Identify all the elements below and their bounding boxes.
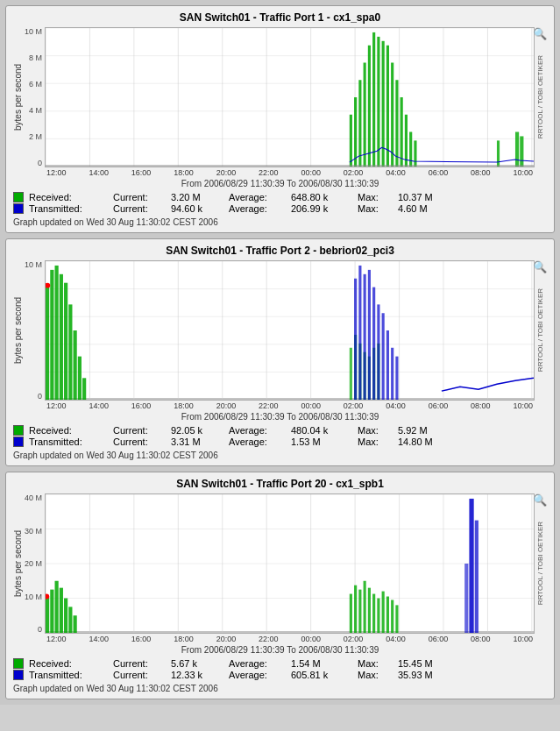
y-axis-label-3: bytes per second [13, 493, 23, 634]
ytick-2-0: 10 M [25, 260, 42, 269]
ytick-2-4 [40, 366, 43, 374]
legend-current-val-1: 3.20 M [171, 192, 223, 202]
svg-rect-32 [414, 140, 416, 167]
svg-rect-109 [364, 581, 366, 633]
graph-panel-1: SAN Switch01 - Traffic Port 1 - cx1_spa0… [5, 5, 555, 233]
graph-updated-1: Graph updated on Wed 30 Aug 11:30:02 CES… [13, 217, 547, 227]
svg-rect-20 [358, 80, 361, 167]
svg-rect-56 [50, 270, 53, 400]
svg-rect-117 [469, 499, 473, 633]
svg-rect-19 [354, 97, 357, 167]
ytick-2-2 [40, 313, 43, 322]
svg-rect-104 [68, 607, 72, 633]
svg-rect-112 [377, 599, 379, 634]
svg-rect-111 [372, 594, 375, 633]
graph-updated-3: Graph updated on Wed 30 Aug 11:30:02 CES… [13, 684, 547, 693]
graph-panel-3: SAN Switch01 - Traffic Port 20 - cx1_spb… [5, 472, 555, 699]
svg-rect-101 [55, 581, 59, 633]
graph-title-3: SAN Switch01 - Traffic Port 20 - cx1_spb… [13, 478, 547, 490]
time-range-2: From 2006/08/29 11:30:39 To 2006/08/30 1… [13, 412, 547, 422]
svg-rect-108 [358, 590, 361, 633]
ytick-2-1 [40, 287, 43, 295]
legend-max-label-1: Max: [358, 192, 393, 202]
legend-avg-val-1: 648.80 k [291, 192, 352, 202]
svg-rect-72 [358, 266, 361, 400]
legend-3: Received: Current: 5.67 k Average: 1.54 … [13, 658, 547, 680]
svg-rect-119 [464, 564, 468, 633]
legend-color-transmitted-1 [13, 203, 24, 214]
ytick-1-4: 2 M [29, 132, 42, 141]
ytick-1-0: 10 M [25, 27, 42, 36]
ytick-1-1: 8 M [29, 53, 42, 62]
svg-rect-28 [395, 80, 398, 167]
svg-rect-55 [46, 287, 49, 400]
graph-svg-2 [46, 261, 534, 400]
svg-rect-22 [368, 46, 371, 167]
svg-rect-34 [515, 132, 519, 167]
svg-rect-116 [395, 605, 398, 633]
legend-avg-label-t-1: Average: [229, 203, 286, 214]
svg-rect-58 [60, 274, 63, 400]
legend-color-received-3 [13, 658, 24, 669]
side-text-1: RRTOOL / TOBI OETIKER [536, 55, 545, 138]
legend-received-1: Received: Current: 3.20 M Average: 648.8… [13, 192, 547, 202]
ytick-1-3: 4 M [29, 106, 42, 115]
svg-rect-76 [377, 304, 379, 400]
ytick-1-2: 6 M [29, 80, 42, 89]
svg-rect-21 [364, 63, 366, 167]
svg-rect-33 [497, 140, 500, 167]
y-axis-label-1: bytes per second [13, 27, 23, 167]
svg-rect-78 [386, 330, 389, 400]
svg-rect-26 [386, 46, 389, 167]
ytick-1-5: 0 [38, 159, 42, 167]
legend-current-label-t-1: Current: [113, 203, 166, 214]
legend-color-transmitted-3 [13, 670, 24, 680]
graph-canvas-3 [45, 493, 535, 634]
svg-rect-64 [350, 348, 352, 400]
ytick-3-3: 10 M [25, 593, 42, 601]
graph-title-1: SAN Switch01 - Traffic Port 1 - cx1_spa0 [13, 11, 547, 24]
svg-rect-103 [64, 599, 67, 634]
ytick-3-1: 30 M [25, 527, 42, 536]
svg-rect-105 [74, 615, 77, 633]
svg-rect-71 [354, 279, 357, 400]
legend-avg-val-t-1: 206.99 k [291, 203, 352, 214]
side-label-2: RRTOOL / TOBI OETIKER 🔍 [535, 260, 547, 401]
legend-color-received-2 [13, 425, 24, 436]
svg-rect-80 [395, 357, 398, 400]
legend-transmitted-1: Transmitted: Current: 94.60 k Average: 2… [13, 203, 547, 214]
zoom-icon-2[interactable]: 🔍 [533, 260, 547, 273]
svg-rect-35 [520, 136, 523, 167]
ytick-3-2: 20 M [25, 559, 42, 568]
legend-1: Received: Current: 3.20 M Average: 648.8… [13, 192, 547, 214]
legend-received-3: Received: Current: 5.67 k Average: 1.54 … [13, 658, 547, 669]
svg-rect-30 [405, 115, 408, 167]
legend-label-received-1: Received: [29, 192, 108, 202]
svg-rect-57 [55, 266, 59, 400]
svg-rect-73 [364, 274, 366, 400]
legend-transmitted-2: Transmitted: Current: 3.31 M Average: 1.… [13, 436, 547, 447]
zoom-icon-3[interactable]: 🔍 [533, 493, 547, 507]
svg-rect-79 [391, 348, 393, 400]
ytick-2-3 [40, 339, 43, 348]
svg-rect-113 [382, 592, 385, 633]
page-container: SAN Switch01 - Traffic Port 1 - cx1_spa0… [0, 0, 560, 705]
svg-rect-115 [391, 600, 393, 633]
svg-rect-29 [401, 97, 403, 167]
graph-canvas-2 [45, 260, 535, 401]
zoom-icon-1[interactable]: 🔍 [533, 27, 547, 40]
legend-2: Received: Current: 92.05 k Average: 480.… [13, 425, 547, 447]
y-axis-label-2: bytes per second [13, 260, 23, 401]
ytick-3-0: 40 M [25, 493, 42, 502]
graph-updated-2: Graph updated on Wed 30 Aug 11:30:02 CES… [13, 451, 547, 460]
side-text-3: RRTOOL / TOBI OETIKER [536, 522, 545, 605]
legend-max-val-1: 10.37 M [398, 192, 433, 202]
svg-rect-18 [350, 115, 352, 167]
legend-current-val-t-1: 94.60 k [171, 203, 223, 214]
legend-received-2: Received: Current: 92.05 k Average: 480.… [13, 425, 547, 436]
time-range-1: From 2006/08/29 11:30:39 To 2006/08/30 1… [13, 179, 547, 188]
svg-rect-75 [372, 287, 375, 400]
legend-avg-label-1: Average: [229, 192, 286, 202]
svg-rect-59 [64, 283, 67, 400]
svg-rect-100 [50, 590, 53, 633]
